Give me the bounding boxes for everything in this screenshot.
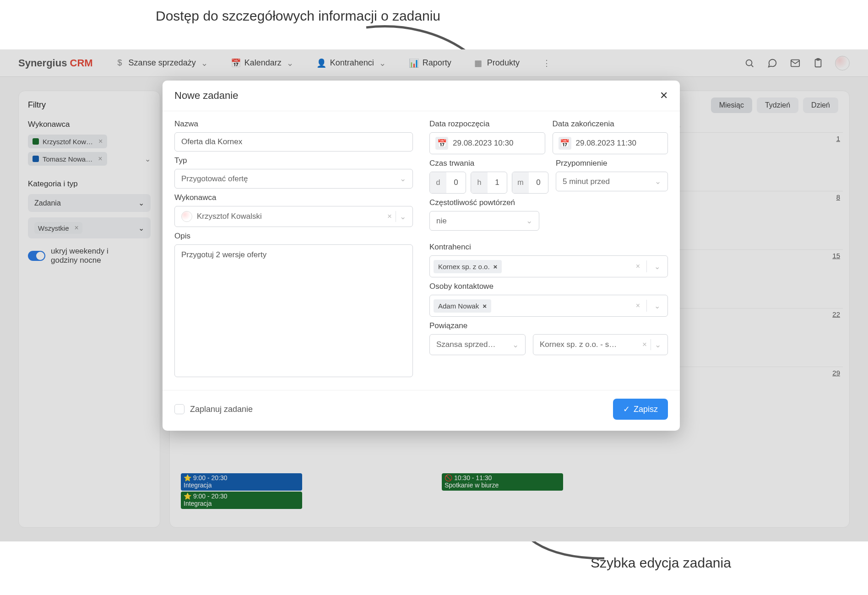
label-powiazane: Powiązane [429,321,668,330]
label-kontrahenci: Kontrahenci [429,243,668,252]
date-value: 29.08.2023 10:30 [453,139,513,148]
calendar-icon: 📅 [435,137,448,150]
clear-icon[interactable]: × [633,302,643,310]
dur-days[interactable]: d0 [429,172,466,194]
label-nazwa: Nazwa [174,119,413,129]
label-frequency: Częstotliwość powtórzeń [429,198,668,207]
chevron-down-icon: ⌄ [400,212,406,222]
label-data-end: Data zakończenia [553,119,668,129]
label-typ: Typ [174,156,413,165]
close-button[interactable]: ✕ [660,90,668,102]
select-reminder[interactable]: 5 minut przed ⌄ [556,172,668,191]
tag-kontrahent[interactable]: Kornex sp. z o.o.× [434,260,502,273]
tag-osoba[interactable]: Adam Nowak× [434,299,491,313]
select-value: Krzysztof Kowalski [197,212,262,221]
select-wykonawca[interactable]: Krzysztof Kowalski × ⌄ [174,206,413,227]
chevron-down-icon: ⌄ [526,216,532,226]
label-data-start: Data rozpoczęcia [429,119,545,129]
checkbox-zaplanuj[interactable]: Zaplanuj zadanie [174,404,253,414]
annotation-top: Dostęp do szczegółowych informacji o zad… [156,7,440,25]
clear-icon[interactable]: × [642,340,647,349]
checkbox-label: Zaplanuj zadanie [190,405,253,414]
textarea-opis[interactable]: Przygotuj 2 wersje oferty [174,244,413,377]
annotation-bottom: Szybka edycja zadania [591,554,731,572]
label-reminder: Przypomnienie [556,159,668,168]
clear-icon[interactable]: × [633,262,643,270]
chevron-down-icon[interactable]: ⌄ [651,262,664,271]
avatar [181,211,192,222]
chevron-down-icon: ⌄ [655,177,661,186]
dur-minutes[interactable]: m0 [512,172,548,194]
check-icon: ✓ [623,404,630,414]
select-value: Przygotować ofertę [181,174,248,184]
remove-icon[interactable]: × [494,263,498,270]
chevron-down-icon: ⌄ [655,340,661,350]
select-value: nie [436,216,447,226]
remove-icon[interactable]: × [483,302,487,310]
modal-title: Nowe zadanie [174,90,238,102]
select-kontrahenci[interactable]: Kornex sp. z o.o.× × ⌄ [429,255,668,277]
calendar-icon: 📅 [559,137,571,150]
label-osoby: Osoby kontaktowe [429,282,668,291]
label-duration: Czas trwania [429,159,548,168]
label-opis: Opis [174,232,413,241]
app-container: Synergius CRM $ Szanse sprzedaży ⌄ 📅 Kal… [0,49,868,541]
dur-hours[interactable]: h1 [471,172,507,194]
chevron-down-icon[interactable]: ⌄ [651,302,664,310]
input-date-end[interactable]: 📅 29.08.2023 11:30 [553,132,668,154]
select-value: Kornex sp. z o.o. - s… [540,340,617,349]
save-label: Zapisz [634,405,658,414]
label-wykonawca: Wykonawca [174,193,413,202]
select-frequency[interactable]: nie ⌄ [429,211,539,231]
checkbox[interactable] [174,404,184,414]
select-value: Szansa sprzed… [436,340,495,349]
input-date-start[interactable]: 📅 29.08.2023 10:30 [429,132,545,154]
chevron-down-icon: ⌄ [512,340,519,350]
save-button[interactable]: ✓ Zapisz [613,399,668,420]
clear-icon[interactable]: × [387,212,392,221]
chevron-down-icon: ⌄ [400,174,406,184]
input-nazwa[interactable]: Oferta dla Kornex [174,132,413,151]
select-osoby[interactable]: Adam Nowak× × ⌄ [429,295,668,317]
select-typ[interactable]: Przygotować ofertę ⌄ [174,169,413,189]
new-task-modal: Nowe zadanie ✕ Nazwa Oferta dla Kornex T… [163,81,680,431]
select-powiazane-typ[interactable]: Szansa sprzed… ⌄ [429,334,526,355]
date-value: 29.08.2023 11:30 [576,139,636,148]
select-value: 5 minut przed [563,177,610,186]
select-powiazane-obj[interactable]: Kornex sp. z o.o. - s… × ⌄ [533,334,668,355]
